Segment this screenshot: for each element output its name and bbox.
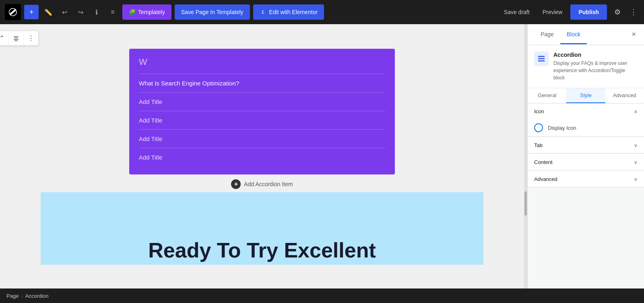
block-title: Accordion [553, 52, 638, 58]
display-icon-toggle[interactable] [534, 123, 543, 132]
breadcrumb-block[interactable]: Accordion [25, 293, 49, 299]
panel-section-icon: Icon ∧ Display Icon [528, 104, 644, 137]
panel-section-advanced: Advanced ∨ [528, 171, 644, 187]
elementor-icon: E [260, 8, 267, 16]
templately-icon: 🧩 [129, 9, 136, 15]
breadcrumb: Page › Accordion [0, 288, 644, 303]
preview-button[interactable]: Preview [538, 4, 568, 20]
display-icon-row: Display Icon [528, 119, 644, 136]
content-section-chevron: ∨ [634, 160, 638, 165]
block-tab[interactable]: Block [560, 25, 587, 44]
svg-rect-9 [538, 60, 545, 62]
tab-general[interactable]: General [528, 88, 566, 103]
accordion-item[interactable]: Add Title [139, 148, 385, 166]
blue-section-heading: Ready To Try Excellent [148, 240, 376, 261]
more-options-button[interactable]: ⋮ [628, 5, 639, 19]
edit-pen-button[interactable]: ✏️ [42, 6, 55, 19]
icon-section-title: Icon [534, 108, 544, 114]
content-section-title: Content [534, 159, 553, 165]
tab-section-chevron: ∨ [634, 143, 638, 148]
page-tab[interactable]: Page [534, 25, 560, 44]
panel-close-button[interactable]: × [630, 29, 638, 40]
right-panel: Page Block × Accordion Display your FAQs… [527, 24, 644, 303]
accordion-letter: W [139, 57, 385, 67]
breadcrumb-page[interactable]: Page [6, 293, 19, 299]
breadcrumb-separator: › [21, 293, 23, 299]
content-section-header[interactable]: Content ∨ [528, 154, 644, 170]
editor-scrollbar[interactable] [524, 24, 527, 303]
add-icon: + [231, 179, 241, 189]
main-layout: ⠿ ⌃ ⋮ W What Is Search Engine Optimizati… [0, 24, 644, 303]
svg-rect-6 [14, 40, 18, 41]
blue-section: Ready To Try Excellent [41, 192, 483, 265]
add-accordion-item-button[interactable]: + Add Accordion Item [231, 179, 293, 189]
align-center-button[interactable] [9, 32, 24, 45]
edit-elementor-button[interactable]: E Edit with Elementor [253, 4, 324, 20]
block-toolbar: ⠿ ⌃ ⋮ [0, 31, 39, 46]
svg-rect-3 [14, 36, 19, 37]
block-options-button[interactable]: ⋮ [24, 31, 38, 45]
accordion-item[interactable]: Add Title [139, 129, 385, 148]
wp-logo[interactable] [5, 4, 21, 20]
editor-scroll-wrap: ⠿ ⌃ ⋮ W What Is Search Engine Optimizati… [0, 24, 527, 303]
editor-content: ⠿ ⌃ ⋮ W What Is Search Engine Optimizati… [0, 24, 524, 303]
panel-section-tab: Tab ∨ [528, 137, 644, 154]
block-info-text: Accordion Display your FAQs & improve us… [553, 52, 638, 81]
advanced-section-title: Advanced [534, 176, 557, 182]
svg-rect-4 [14, 37, 18, 38]
tab-section-header[interactable]: Tab ∨ [528, 137, 644, 153]
toggle-inner [537, 126, 540, 129]
accordion-item[interactable]: Add Title [139, 111, 385, 129]
undo-button[interactable]: ↩ [58, 6, 71, 19]
top-toolbar: + ✏️ ↩ ↪ ℹ ≡ 🧩 Templately Save Page In T… [0, 0, 644, 24]
svg-rect-8 [538, 58, 545, 59]
display-icon-label: Display Icon [548, 125, 576, 131]
icon-section-chevron: ∧ [634, 109, 638, 114]
move-up-button[interactable]: ⌃ [0, 31, 9, 45]
list-view-button[interactable]: ≡ [106, 6, 119, 19]
panel-section-content: Content ∨ [528, 154, 644, 170]
block-description: Display your FAQs & improve user experie… [553, 60, 638, 81]
scrollbar-thumb[interactable] [524, 191, 527, 216]
tab-style[interactable]: Style [566, 88, 605, 103]
advanced-section-header[interactable]: Advanced ∨ [528, 171, 644, 187]
panel-header: Page Block × [528, 24, 644, 45]
accordion-item[interactable]: What Is Search Engine Optimization? [139, 74, 385, 92]
settings-button[interactable]: ⚙ [610, 5, 625, 19]
svg-rect-7 [538, 56, 545, 57]
save-page-button[interactable]: Save Page In Templately [175, 4, 250, 20]
publish-button[interactable]: Publish [570, 4, 607, 20]
accordion-item[interactable]: Add Title [139, 92, 385, 111]
block-tabs: General Style Advanced [528, 88, 644, 104]
block-info: Accordion Display your FAQs & improve us… [528, 45, 644, 88]
tab-advanced[interactable]: Advanced [605, 88, 644, 103]
accordion-block: W What Is Search Engine Optimization? Ad… [129, 49, 395, 174]
add-block-button[interactable]: + [24, 5, 39, 19]
info-button[interactable]: ℹ [90, 6, 103, 19]
advanced-section-chevron: ∨ [634, 176, 638, 182]
templately-button[interactable]: 🧩 Templately [122, 4, 171, 20]
redo-button[interactable]: ↪ [74, 6, 87, 19]
svg-rect-5 [14, 39, 19, 39]
tab-section-title: Tab [534, 142, 543, 148]
block-icon-wrap [534, 52, 549, 66]
save-draft-button[interactable]: Save draft [499, 4, 535, 20]
icon-section-header[interactable]: Icon ∧ [528, 104, 644, 119]
